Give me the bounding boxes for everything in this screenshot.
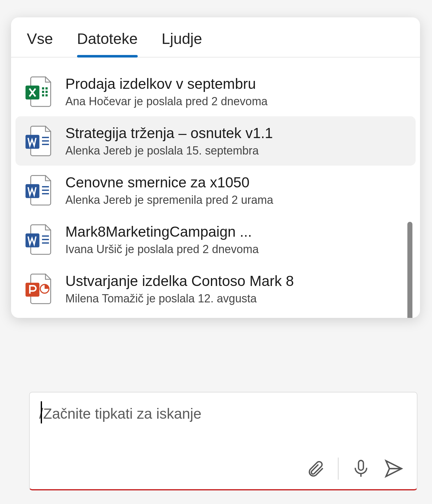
result-row[interactable]: Strategija trženja – osnutek v1.1 Alenka… [15, 116, 416, 166]
text-cursor [41, 401, 42, 423]
result-meta: Ivana Uršič je poslala pred 2 dnevoma [65, 243, 409, 256]
svg-rect-0 [358, 460, 363, 470]
result-title: Strategija trženja – osnutek v1.1 [65, 124, 409, 142]
result-meta: Milena Tomažič je poslala 12. avgusta [65, 292, 409, 305]
result-row[interactable]: Mark8MarketingCampaign ... Ivana Uršič j… [15, 215, 416, 264]
result-row[interactable]: Cenovne smernice za x1050 Alenka Jereb j… [15, 166, 416, 215]
word-icon [24, 224, 53, 255]
send-icon[interactable] [383, 458, 404, 479]
tab-people[interactable]: Ljudje [162, 30, 202, 57]
svg-rect-6 [42, 94, 44, 96]
result-text: Ustvarjanje izdelka Contoso Mark 8 Milen… [65, 272, 409, 305]
svg-rect-5 [45, 91, 48, 93]
microphone-icon[interactable] [351, 459, 371, 478]
tab-files[interactable]: Datoteke [77, 30, 138, 57]
result-row[interactable]: Ustvarjanje izdelka Contoso Mark 8 Milen… [15, 264, 416, 313]
compose-toolbar [306, 458, 404, 480]
result-title: Ustvarjanje izdelka Contoso Mark 8 [65, 272, 409, 289]
compose-box[interactable]: /Začnite tipkati za iskanje [29, 392, 417, 490]
result-title: Prodaja izdelkov v septembru [65, 75, 409, 92]
word-icon [24, 125, 53, 157]
result-title: Cenovne smernice za x1050 [65, 174, 409, 191]
excel-icon [24, 76, 53, 107]
result-text: Prodaja izdelkov v septembru Ana Hočevar… [65, 75, 409, 108]
compose-placeholder: Začnite tipkati za iskanje [43, 405, 201, 422]
suggestion-popup: Vse Datoteke Ljudje Prodaja izdelkov v s… [11, 17, 420, 318]
svg-rect-3 [45, 87, 48, 89]
result-meta: Alenka Jereb je spremenila pred 2 urama [65, 193, 409, 207]
results-list: Prodaja izdelkov v septembru Ana Hočevar… [11, 58, 420, 318]
svg-rect-7 [45, 94, 48, 96]
toolbar-divider [338, 458, 339, 480]
result-text: Mark8MarketingCampaign ... Ivana Uršič j… [65, 223, 409, 256]
tab-all[interactable]: Vse [27, 30, 53, 57]
result-text: Strategija trženja – osnutek v1.1 Alenka… [65, 124, 409, 157]
powerpoint-icon [24, 273, 53, 305]
svg-rect-2 [42, 87, 44, 89]
result-meta: Alenka Jereb je poslala 15. septembra [65, 144, 409, 157]
result-text: Cenovne smernice za x1050 Alenka Jereb j… [65, 174, 409, 207]
compose-input[interactable]: /Začnite tipkati za iskanje [30, 392, 417, 422]
tab-bar: Vse Datoteke Ljudje [11, 17, 420, 58]
result-row[interactable]: Prodaja izdelkov v septembru Ana Hočevar… [15, 67, 416, 116]
svg-rect-20 [26, 283, 39, 297]
result-meta: Ana Hočevar je poslala pred 2 dnevoma [65, 95, 409, 108]
scrollbar-thumb[interactable] [407, 222, 412, 318]
result-title: Mark8MarketingCampaign ... [65, 223, 409, 240]
paperclip-icon[interactable] [306, 459, 325, 478]
word-icon [24, 174, 53, 206]
svg-rect-4 [42, 91, 44, 93]
